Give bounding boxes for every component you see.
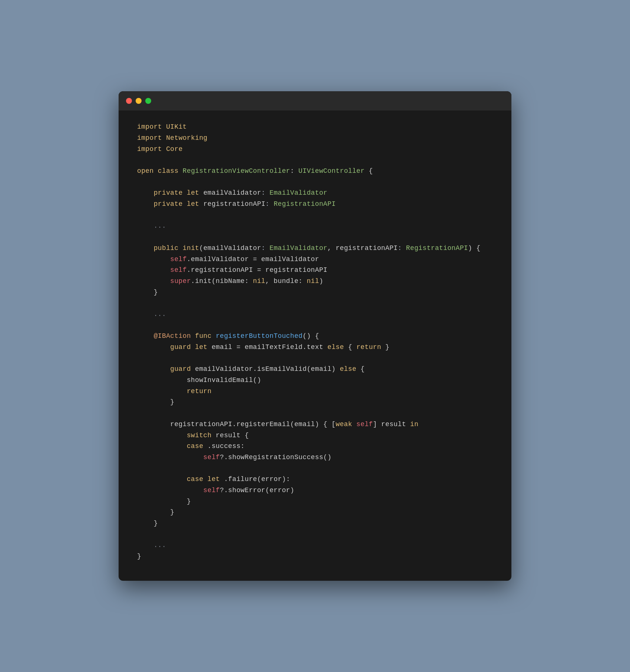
blank-line [137, 210, 493, 221]
minimize-button[interactable] [136, 98, 142, 104]
blank-line [137, 353, 493, 364]
line-show-success: self?.showRegistrationSuccess() [137, 452, 493, 463]
line-import-uikit: import UIKit [137, 122, 493, 133]
maximize-button[interactable] [145, 98, 151, 104]
line-close-guard: } [137, 397, 493, 408]
line-close-closure: } [137, 507, 493, 518]
line-case-success: case .success: [137, 441, 493, 452]
line-close-init: } [137, 287, 493, 298]
line-class-decl: open class RegistrationViewController: U… [137, 166, 493, 177]
line-close-class: } [137, 551, 493, 562]
close-button[interactable] [126, 98, 132, 104]
blank-line [137, 298, 493, 309]
line-import-core: import Core [137, 144, 493, 155]
blank-line [137, 232, 493, 243]
line-show-error: self?.showError(error) [137, 485, 493, 496]
code-editor: import UIKit import Networking import Co… [119, 111, 511, 581]
code-window: import UIKit import Networking import Co… [119, 91, 511, 581]
line-reg-api: registrationAPI.registerEmail(email) { [… [137, 419, 493, 430]
line-switch: switch result { [137, 430, 493, 441]
blank-line [137, 408, 493, 419]
line-import-networking: import Networking [137, 133, 493, 144]
line-dots3: ... [137, 540, 493, 551]
line-dots1: ... [137, 221, 493, 232]
line-guard2: guard emailValidator.isEmailValid(email)… [137, 364, 493, 375]
blank-line [137, 529, 493, 540]
line-show-invalid: showInvalidEmail() [137, 375, 493, 386]
blank-line [137, 177, 493, 188]
line-return: return [137, 386, 493, 397]
line-guard1: guard let email = emailTextField.text el… [137, 342, 493, 353]
line-ibaction: @IBAction func registerButtonTouched() { [137, 331, 493, 342]
blank-line [137, 320, 493, 331]
line-init-decl: public init(emailValidator: EmailValidat… [137, 243, 493, 254]
blank-line [137, 463, 493, 474]
line-dots2: ... [137, 309, 493, 320]
line-prop-api: private let registrationAPI: Registratio… [137, 199, 493, 210]
line-close-switch: } [137, 496, 493, 507]
line-close-func: } [137, 518, 493, 529]
line-case-failure: case let .failure(error): [137, 474, 493, 485]
titlebar [119, 91, 511, 111]
line-prop-email: private let emailValidator: EmailValidat… [137, 188, 493, 199]
line-super-init: super.init(nibName: nil, bundle: nil) [137, 276, 493, 287]
line-self-api: self.registrationAPI = registrationAPI [137, 265, 493, 276]
line-self-email: self.emailValidator = emailValidator [137, 254, 493, 265]
blank-line [137, 155, 493, 166]
